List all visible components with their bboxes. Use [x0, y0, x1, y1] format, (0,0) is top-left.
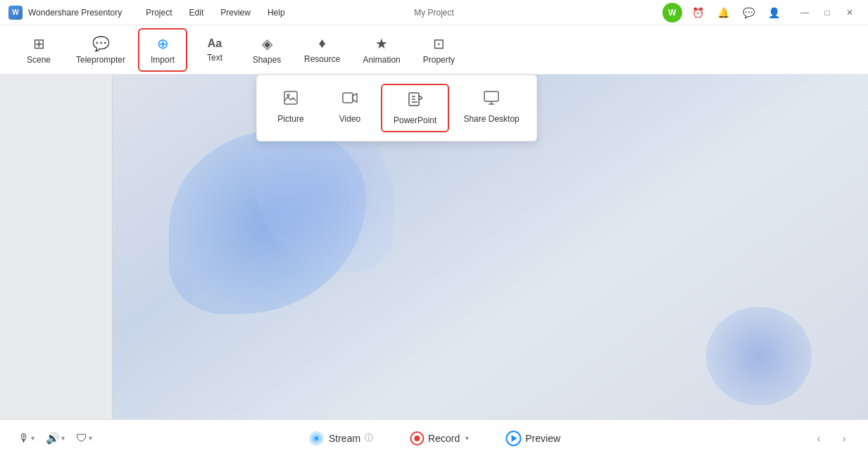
volume-icon: 🔊	[46, 431, 60, 445]
text-icon: Aa	[208, 37, 222, 50]
left-panel	[0, 75, 113, 419]
window-controls: — □ ✕	[795, 3, 860, 23]
menu-project[interactable]: Project	[139, 5, 179, 20]
shapes-label: Shapes	[253, 55, 282, 65]
mic-icon: 🎙	[18, 432, 30, 445]
toolbar-text[interactable]: Aa Text	[190, 32, 239, 68]
shield-chevron: ▾	[89, 434, 92, 442]
nav-prev-button[interactable]: ‹	[809, 429, 829, 448]
app-name: Wondershare Presentory	[28, 8, 122, 18]
record-label: Record	[428, 433, 460, 444]
toolbar-resource[interactable]: ♦ Resource	[294, 30, 350, 70]
record-chevron: ▾	[465, 434, 469, 442]
toolbar-scene[interactable]: ⊞ Scene	[14, 30, 63, 70]
toolbar-shapes[interactable]: ◈ Shapes	[242, 30, 291, 70]
clock-icon[interactable]: ⏰	[688, 3, 707, 23]
video-icon	[341, 89, 358, 110]
profile-icon[interactable]: 👤	[764, 3, 784, 23]
title-bar: W Wondershare Presentory Project Edit Pr…	[0, 0, 868, 25]
mic-chevron: ▾	[31, 434, 34, 442]
picture-label: Picture	[277, 114, 303, 124]
stream-icon	[308, 430, 325, 447]
nav-next-button[interactable]: ›	[834, 429, 854, 448]
title-bar-right: W ⏰ 🔔 💬 👤 — □ ✕	[662, 3, 860, 23]
stream-button[interactable]: Stream ⓘ	[296, 424, 384, 452]
decorative-blob-3	[706, 307, 812, 405]
import-label: Import	[151, 55, 175, 65]
bottom-center-controls: Stream ⓘ Record ▾ Preview	[296, 424, 572, 452]
svg-point-1	[287, 94, 289, 96]
teleprompter-label: Teleprompter	[76, 55, 125, 65]
menu-preview[interactable]: Preview	[213, 5, 258, 20]
svg-rect-0	[284, 91, 297, 104]
title-bar-menu: Project Edit Preview Help	[139, 5, 291, 20]
scene-icon: ⊞	[33, 35, 45, 52]
preview-button[interactable]: Preview	[494, 425, 572, 452]
resource-icon: ♦	[319, 35, 326, 51]
user-icon[interactable]: W	[662, 3, 682, 23]
animation-icon: ★	[375, 35, 388, 52]
dropdown-powerpoint[interactable]: PowerPoint	[381, 84, 449, 132]
preview-icon	[505, 431, 521, 446]
shapes-icon: ◈	[262, 35, 272, 52]
share-desktop-icon	[483, 89, 500, 110]
scene-label: Scene	[27, 55, 51, 65]
powerpoint-label: PowerPoint	[394, 115, 436, 125]
text-label: Text	[207, 53, 222, 63]
shield-control[interactable]: 🛡 ▾	[72, 429, 96, 448]
property-label: Property	[423, 55, 455, 65]
notification-icon[interactable]: 🔔	[713, 3, 733, 23]
volume-chevron: ▾	[61, 434, 65, 442]
bottom-left-controls: 🎙 ▾ 🔊 ▾ 🛡 ▾	[14, 429, 96, 448]
chat-icon[interactable]: 💬	[738, 3, 758, 23]
import-icon: ⊕	[157, 35, 169, 52]
menu-help[interactable]: Help	[260, 5, 292, 20]
bottom-right-controls: ‹ ›	[809, 429, 854, 448]
project-name: My Project	[414, 8, 454, 18]
teleprompter-icon: 💬	[92, 35, 110, 52]
share-desktop-label: Share Desktop	[463, 114, 519, 124]
toolbar-animation[interactable]: ★ Animation	[353, 30, 410, 70]
menu-edit[interactable]: Edit	[182, 5, 211, 20]
dropdown-video[interactable]: Video	[322, 84, 378, 132]
volume-control[interactable]: 🔊 ▾	[42, 429, 69, 448]
stream-label: Stream	[329, 433, 360, 444]
property-icon: ⊡	[433, 35, 445, 52]
close-button[interactable]: ✕	[840, 3, 860, 23]
toolbar: ⊞ Scene 💬 Teleprompter ⊕ Import Aa Text …	[0, 25, 868, 75]
toolbar-property[interactable]: ⊡ Property	[413, 30, 465, 70]
toolbar-teleprompter[interactable]: 💬 Teleprompter	[66, 30, 135, 70]
maximize-button[interactable]: □	[817, 3, 837, 23]
app-logo: W	[8, 6, 23, 20]
resource-label: Resource	[304, 54, 340, 64]
powerpoint-icon	[407, 91, 424, 111]
preview-label: Preview	[525, 433, 560, 444]
minimize-button[interactable]: —	[795, 3, 814, 23]
import-dropdown: Picture Video Pow	[256, 75, 537, 141]
title-bar-left: W Wondershare Presentory Project Edit Pr…	[8, 5, 292, 20]
toolbar-import[interactable]: ⊕ Import	[138, 28, 187, 72]
record-icon	[410, 431, 424, 445]
picture-icon	[282, 89, 299, 110]
bottom-bar: 🎙 ▾ 🔊 ▾ 🛡 ▾ Stream ⓘ	[0, 419, 868, 456]
svg-rect-4	[484, 91, 498, 101]
dropdown-picture[interactable]: Picture	[263, 84, 319, 132]
mic-control[interactable]: 🎙 ▾	[14, 429, 39, 448]
video-label: Video	[339, 114, 360, 124]
animation-label: Animation	[363, 55, 400, 65]
dropdown-share-desktop[interactable]: Share Desktop	[452, 84, 530, 132]
record-button[interactable]: Record ▾	[401, 426, 477, 451]
stream-info-icon: ⓘ	[365, 432, 373, 444]
shield-icon: 🛡	[76, 432, 87, 445]
svg-rect-2	[343, 93, 353, 103]
